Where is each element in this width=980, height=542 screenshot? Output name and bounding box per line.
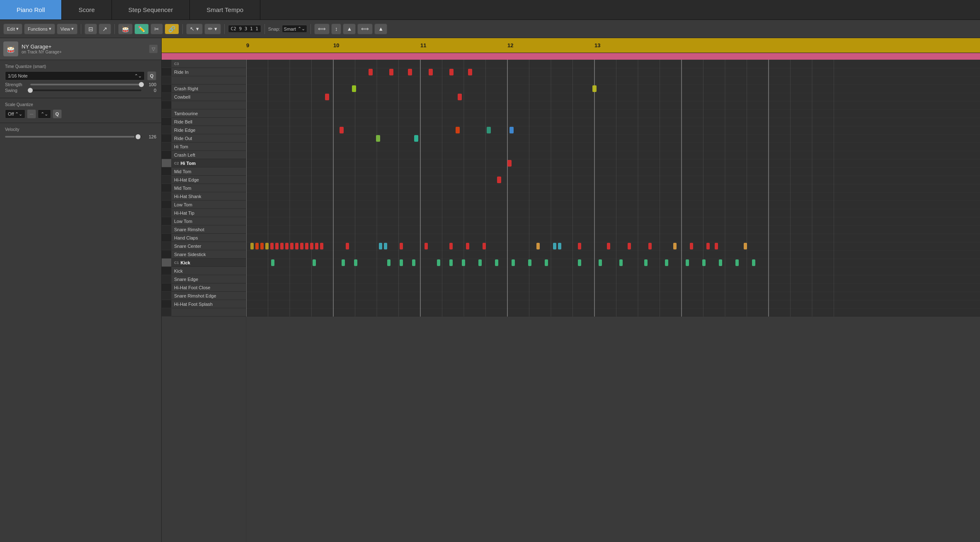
- note[interactable]: [719, 259, 722, 266]
- piano-key[interactable]: [162, 118, 171, 126]
- piano-key[interactable]: [162, 234, 171, 242]
- note[interactable]: [354, 259, 357, 266]
- piano-key[interactable]: [162, 143, 171, 151]
- piano-key[interactable]: [162, 167, 171, 176]
- note[interactable]: [379, 243, 382, 249]
- note[interactable]: [280, 243, 284, 249]
- note[interactable]: [342, 259, 345, 266]
- quantize-btn[interactable]: ⊟: [85, 24, 97, 34]
- scale-key-select[interactable]: ⌃⌄: [38, 109, 51, 119]
- tab-smart-tempo[interactable]: Smart Tempo: [190, 0, 260, 19]
- note[interactable]: [702, 259, 706, 266]
- snap-select[interactable]: Smart ⌃⌄: [282, 25, 307, 33]
- note[interactable]: [644, 259, 648, 266]
- note[interactable]: [387, 259, 391, 266]
- note[interactable]: [425, 243, 428, 249]
- note[interactable]: [275, 243, 279, 249]
- piano-key[interactable]: [162, 151, 171, 159]
- note[interactable]: [599, 259, 602, 266]
- scale-dots-btn[interactable]: ···: [27, 109, 36, 119]
- strength-slider[interactable]: [30, 84, 141, 85]
- velocity-slider[interactable]: [5, 136, 141, 138]
- piano-key[interactable]: [162, 93, 171, 101]
- note[interactable]: [408, 69, 412, 75]
- note[interactable]: [578, 259, 581, 266]
- link-btn[interactable]: 🔗: [165, 24, 179, 34]
- note[interactable]: [376, 135, 380, 142]
- note[interactable]: [300, 243, 303, 249]
- note[interactable]: [744, 243, 747, 249]
- note[interactable]: [578, 243, 581, 249]
- pencil-btn[interactable]: ✏️: [134, 24, 149, 34]
- view-menu[interactable]: View: [57, 24, 78, 34]
- note[interactable]: [295, 243, 298, 249]
- note[interactable]: [462, 259, 465, 266]
- note[interactable]: [400, 259, 403, 266]
- note[interactable]: [315, 243, 318, 249]
- piano-key[interactable]: [162, 300, 171, 308]
- note[interactable]: [690, 243, 693, 249]
- note[interactable]: [265, 243, 269, 249]
- note[interactable]: [483, 243, 486, 249]
- piano-key[interactable]: [162, 85, 171, 93]
- zoom-height-btn[interactable]: ↕: [331, 24, 342, 34]
- note[interactable]: [414, 135, 418, 142]
- note[interactable]: [384, 243, 387, 249]
- note[interactable]: [305, 243, 308, 249]
- note[interactable]: [290, 243, 294, 249]
- note[interactable]: [468, 69, 472, 75]
- note[interactable]: [592, 85, 597, 92]
- piano-key[interactable]: [162, 184, 171, 192]
- tab-score[interactable]: Score: [62, 0, 112, 19]
- piano-key[interactable]: [162, 275, 171, 283]
- note[interactable]: [449, 69, 454, 75]
- zoom-fit-btn[interactable]: ⟺: [314, 24, 330, 34]
- note[interactable]: [487, 127, 491, 133]
- note[interactable]: [545, 259, 548, 266]
- note[interactable]: [449, 259, 453, 266]
- note[interactable]: [478, 259, 482, 266]
- track-expand-btn[interactable]: ▽: [149, 44, 158, 53]
- note[interactable]: [735, 259, 739, 266]
- piano-key[interactable]: [162, 201, 171, 209]
- note[interactable]: [558, 243, 561, 249]
- note[interactable]: [752, 259, 755, 266]
- level-btn[interactable]: ▲: [374, 24, 387, 34]
- piano-key[interactable]: [162, 217, 171, 225]
- note[interactable]: [369, 69, 373, 75]
- piano-key[interactable]: [162, 60, 171, 68]
- piano-key[interactable]: [162, 292, 171, 300]
- note[interactable]: [458, 94, 462, 100]
- note-value-select[interactable]: 1/16 Note ⌃⌄: [5, 71, 145, 80]
- note[interactable]: [456, 127, 460, 133]
- piano-key[interactable]: [162, 176, 171, 184]
- note[interactable]: [400, 243, 403, 249]
- note[interactable]: [507, 160, 512, 167]
- note[interactable]: [536, 243, 540, 249]
- piano-key[interactable]: [162, 134, 171, 143]
- drum-icon-btn[interactable]: 🥁: [118, 24, 133, 34]
- note[interactable]: [449, 243, 453, 249]
- piano-key[interactable]: [162, 109, 171, 118]
- note[interactable]: [271, 259, 274, 266]
- piano-key[interactable]: [162, 283, 171, 292]
- pencil-tool[interactable]: ✏ ▾: [204, 24, 221, 34]
- note[interactable]: [673, 243, 677, 249]
- note[interactable]: [648, 243, 652, 249]
- note[interactable]: [512, 259, 515, 266]
- note[interactable]: [686, 259, 689, 266]
- piano-key[interactable]: [162, 101, 171, 109]
- piano-key[interactable]: [162, 259, 171, 267]
- note[interactable]: [270, 243, 274, 249]
- note[interactable]: [437, 259, 440, 266]
- note[interactable]: [706, 243, 710, 249]
- note[interactable]: [466, 243, 469, 249]
- note[interactable]: [389, 69, 393, 75]
- scale-q-btn[interactable]: Q: [53, 109, 62, 119]
- note[interactable]: [509, 127, 514, 133]
- note[interactable]: [429, 69, 433, 75]
- note[interactable]: [715, 243, 718, 249]
- note[interactable]: [553, 243, 556, 249]
- note[interactable]: [412, 259, 415, 266]
- piano-key[interactable]: [162, 242, 171, 250]
